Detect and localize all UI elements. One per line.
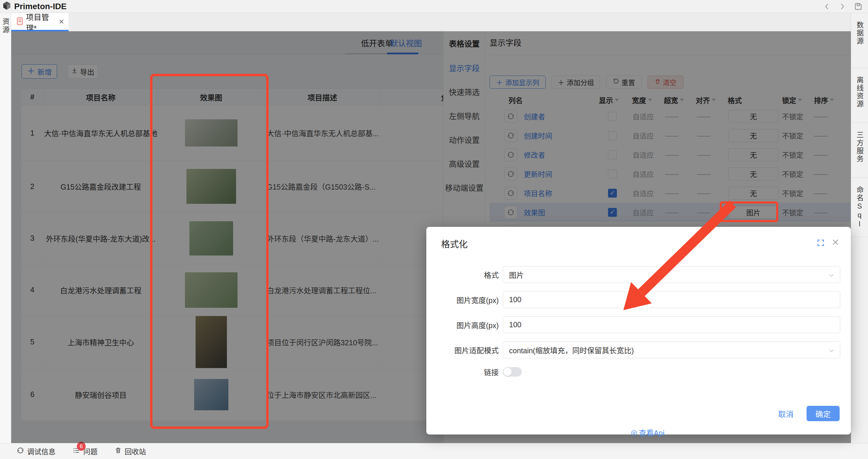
eye-icon: ◎: [631, 428, 637, 437]
main-content: 低开表单默认视图 ＋ 新增 导出 #项目名称效果图项目描述负责人 1大信·中信海…: [11, 31, 851, 443]
chevron-down-icon: [828, 272, 835, 280]
trash-icon: [115, 447, 122, 456]
dialog-title: 格式化: [441, 237, 468, 250]
format-field-label: 格式: [426, 269, 499, 280]
debug-info-button[interactable]: 调试信息: [17, 446, 56, 456]
document-icon: [17, 18, 23, 27]
image-height-input[interactable]: [503, 316, 840, 333]
view-api-label: 查看Api: [639, 427, 664, 438]
problems-count-badge: 6: [77, 442, 86, 451]
nav-forward-icon[interactable]: [838, 3, 846, 10]
editor-tab-project-management[interactable]: 项目管理*: [11, 13, 68, 31]
right-dock-item[interactable]: 离线资源: [851, 68, 868, 123]
format-dialog: 格式化 格式 图片 图片宽度(px) 图片高度(px): [426, 227, 851, 434]
save-icon[interactable]: [854, 2, 863, 11]
cancel-button[interactable]: 取消: [778, 408, 794, 419]
image-width-input[interactable]: [503, 291, 840, 308]
recycle-bin-button[interactable]: 回收站: [115, 446, 146, 456]
image-fit-select[interactable]: contain(缩放填充，同时保留其长宽比): [503, 341, 840, 358]
left-dock: 资源: [0, 13, 11, 443]
status-bar: 调试信息 问题 6 回收站: [0, 443, 868, 459]
recycle-bin-label: 回收站: [125, 446, 146, 456]
right-dock-item-label: 三方服务: [855, 131, 865, 169]
app-title: Primeton-IDE: [14, 2, 66, 11]
image-height-label: 图片高度(px): [426, 320, 499, 330]
image-fit-select-value: contain(缩放填充，同时保留其长宽比): [509, 345, 634, 355]
right-dock-item[interactable]: 命名Sql: [851, 178, 868, 237]
format-select[interactable]: 图片: [503, 266, 840, 283]
confirm-button[interactable]: 确定: [807, 406, 840, 421]
dialog-footer: 取消 确定: [778, 406, 840, 421]
fullscreen-icon[interactable]: [816, 239, 825, 249]
view-api-link[interactable]: ◎ 查看Api: [631, 427, 664, 438]
right-dock-item[interactable]: 数据源: [851, 13, 868, 68]
format-select-value: 图片: [509, 269, 524, 280]
debug-info-label: 调试信息: [27, 446, 56, 456]
right-dock: 数据源离线资源三方服务命名Sql: [851, 13, 868, 443]
refresh-icon: [17, 447, 24, 456]
image-fit-label: 图片适配模式: [426, 345, 499, 355]
link-toggle[interactable]: [503, 367, 522, 376]
toggle-knob: [503, 368, 512, 376]
image-width-label: 图片宽度(px): [426, 294, 499, 305]
close-icon[interactable]: [831, 238, 840, 248]
primeton-ide-window: Primeton-IDE 资源 数据源离线资源三方服务命名Sql 项目管理*: [0, 0, 868, 459]
problems-button[interactable]: 问题 6: [73, 446, 97, 456]
nav-back-icon[interactable]: [823, 3, 831, 10]
app-logo-icon: [2, 1, 11, 12]
editor-tab-bar: 项目管理*: [11, 13, 851, 31]
title-bar: Primeton-IDE: [0, 0, 868, 13]
chevron-down-icon: [828, 347, 835, 356]
link-label: 链接: [426, 366, 499, 377]
right-dock-item-label: 离线资源: [855, 76, 865, 114]
right-dock-item-label: 命名Sql: [855, 186, 865, 229]
left-dock-item-resources[interactable]: 资源: [0, 18, 11, 34]
right-dock-item[interactable]: 三方服务: [851, 123, 868, 178]
close-icon[interactable]: [59, 18, 64, 26]
right-dock-item-label: 数据源: [855, 21, 865, 59]
